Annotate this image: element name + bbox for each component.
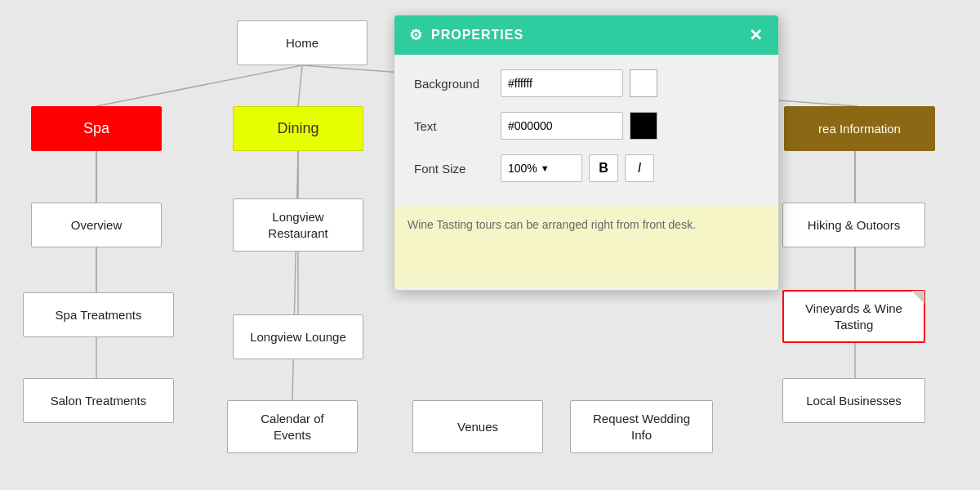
panel-header-left: ⚙ PROPERTIES — [409, 26, 523, 44]
properties-panel: ⚙ PROPERTIES ✕ Background Text Font Size — [394, 15, 779, 291]
node-calendar[interactable]: Calendar of Events — [227, 400, 358, 453]
text-color-swatch[interactable] — [630, 112, 657, 140]
font-size-value: 100% — [508, 162, 537, 175]
panel-body: Background Text Font Size 100% ▼ B — [394, 55, 778, 205]
node-request-wedding[interactable]: Request Wedding Info — [570, 400, 713, 453]
node-spa-treatments[interactable]: Spa Treatments — [23, 292, 174, 337]
font-size-select[interactable]: 100% ▼ — [501, 154, 582, 182]
svg-line-0 — [96, 65, 302, 106]
node-salon-treatments[interactable]: Salon Treatments — [23, 378, 174, 423]
corner-decoration — [911, 291, 924, 304]
background-label: Background — [414, 77, 488, 91]
text-input-group — [501, 112, 657, 140]
node-hiking-label: Hiking & Outoors — [808, 217, 900, 234]
node-salon-treatments-label: Salon Treatments — [51, 393, 147, 409]
node-area-info-label: rea Information — [818, 121, 901, 137]
node-dining-label: Dining — [277, 119, 318, 138]
font-size-dropdown-icon: ▼ — [541, 163, 550, 173]
node-home-label: Home — [286, 35, 318, 51]
node-calendar-label: Calendar of Events — [261, 411, 324, 443]
node-spa[interactable]: Spa — [31, 106, 162, 151]
node-request-wedding-label: Request Wedding Info — [593, 411, 690, 443]
font-size-row: Font Size 100% ▼ B I — [414, 154, 759, 182]
node-home[interactable]: Home — [237, 20, 368, 65]
bold-button[interactable]: B — [589, 154, 618, 182]
node-spa-label: Spa — [83, 119, 109, 138]
background-row: Background — [414, 69, 759, 97]
italic-button[interactable]: I — [625, 154, 654, 182]
node-overview-label: Overview — [71, 217, 122, 234]
font-size-input-group: 100% ▼ B I — [501, 154, 654, 182]
text-color-input[interactable] — [501, 112, 623, 140]
node-vineyards-label: Vineyards & Wine Tasting — [805, 301, 902, 332]
text-label: Text — [414, 119, 488, 133]
node-longview-lounge[interactable]: Longview Lounge — [233, 314, 363, 359]
node-venues[interactable]: Venues — [412, 400, 543, 453]
node-longview-lounge-label: Longview Lounge — [250, 329, 346, 345]
text-color-row: Text — [414, 112, 759, 140]
node-overview[interactable]: Overview — [31, 203, 162, 247]
gear-icon: ⚙ — [409, 26, 423, 44]
note-textarea[interactable] — [394, 205, 778, 287]
node-dining[interactable]: Dining — [233, 106, 363, 151]
node-hiking[interactable]: Hiking & Outoors — [782, 203, 925, 247]
node-local-businesses-label: Local Businesses — [806, 393, 902, 409]
node-spa-treatments-label: Spa Treatments — [56, 307, 142, 323]
node-local-businesses[interactable]: Local Businesses — [782, 378, 925, 423]
node-longview-restaurant[interactable]: Longview Restaurant — [233, 198, 363, 252]
svg-line-1 — [298, 65, 302, 106]
node-longview-restaurant-label: Longview Restaurant — [268, 209, 327, 241]
background-input-group — [501, 69, 657, 97]
close-icon[interactable]: ✕ — [749, 25, 764, 45]
background-input[interactable] — [501, 69, 623, 97]
background-color-swatch[interactable] — [630, 69, 657, 97]
font-size-label: Font Size — [414, 162, 488, 176]
node-vineyards[interactable]: Vineyards & Wine Tasting — [782, 290, 925, 343]
panel-title: PROPERTIES — [431, 28, 523, 42]
panel-header: ⚙ PROPERTIES ✕ — [394, 16, 778, 55]
svg-line-8 — [292, 151, 298, 400]
node-venues-label: Venues — [457, 419, 498, 435]
node-area-info[interactable]: rea Information — [784, 106, 935, 151]
